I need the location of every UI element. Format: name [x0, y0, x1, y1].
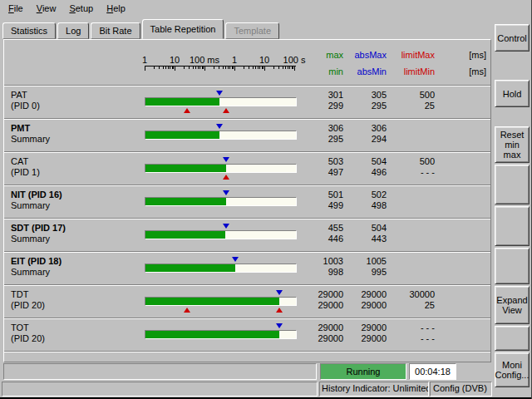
- absmax-absmin-values: 1005995: [345, 256, 387, 278]
- blank-button[interactable]: [495, 165, 530, 204]
- col-header-unit-min: [ms]: [456, 66, 486, 76]
- max-min-values: 501499: [297, 190, 343, 211]
- control-button[interactable]: Control: [495, 24, 530, 52]
- row-name: PMT: [11, 123, 30, 133]
- ruler-tick: [258, 66, 259, 69]
- value-max: 500: [388, 90, 435, 101]
- row-subtitle: Summary: [11, 267, 50, 277]
- table-row: PAT(PID 0)30129930529550025: [4, 85, 490, 118]
- value-max: 1003: [297, 256, 343, 267]
- menu-bar: FileViewSetupHelp: [0, 0, 531, 17]
- ruler-tick: [233, 66, 234, 69]
- ruler-tick: [193, 66, 194, 69]
- col-header-limitmin: limitMin: [388, 66, 435, 76]
- absmax-absmin-values: 2900029000: [345, 323, 387, 344]
- running-status: Running: [320, 363, 406, 380]
- expand-view-button[interactable]: Expand View: [495, 286, 530, 324]
- tab-bit-rate[interactable]: Bit Rate: [91, 22, 140, 39]
- row-name: CAT: [11, 156, 28, 166]
- scale-label: 10: [170, 55, 180, 65]
- table-row: TOT(PID 20)29000290002900029000- - -- - …: [4, 318, 490, 351]
- max-min-values: 1003998: [297, 256, 343, 278]
- tab-template[interactable]: Template: [225, 22, 279, 39]
- table-header: 110100 ms110100 s max absMax limitMax [m…: [4, 40, 490, 85]
- measurement-panel: 110100 ms110100 s max absMax limitMax [m…: [3, 39, 491, 362]
- blank-button[interactable]: [495, 326, 530, 351]
- repetition-bar: [145, 264, 297, 273]
- reset-min-max-button[interactable]: Reset min max: [495, 126, 530, 163]
- ruler-tick: [168, 66, 169, 69]
- ruler-tick: [198, 66, 199, 69]
- menu-item-setup[interactable]: Setup: [62, 0, 100, 17]
- repetition-bar: [145, 297, 297, 306]
- value-max: 301: [297, 90, 343, 101]
- menu-item-view[interactable]: View: [30, 0, 63, 17]
- row-subtitle: (PID 0): [11, 101, 40, 111]
- tab-table-repetition[interactable]: Table Repetition: [142, 19, 224, 39]
- max-min-values: 503497: [297, 156, 343, 178]
- limit-marker-icon: [276, 308, 283, 313]
- abs-max-marker-icon: [223, 190, 229, 195]
- ruler-tick: [264, 66, 265, 71]
- value-min: [388, 267, 435, 278]
- ruler-tick: [145, 66, 145, 71]
- value-max: 455: [297, 223, 343, 234]
- value-min: 299: [297, 101, 343, 111]
- elapsed-time: 00:04:18: [409, 363, 456, 380]
- value-min: - - -: [388, 333, 435, 344]
- status-secondary-area: [2, 382, 318, 397]
- absmax-absmin-values: 504496: [345, 156, 387, 178]
- value-min: 29000: [345, 300, 387, 311]
- menu-item-file[interactable]: File: [2, 0, 30, 17]
- bar-fill: [145, 198, 226, 205]
- repetition-bar: [145, 330, 297, 339]
- blank-button[interactable]: [495, 248, 530, 284]
- col-header-unit-max: [ms]: [456, 50, 486, 60]
- bar-fill: [145, 298, 279, 305]
- ruler-tick: [278, 66, 279, 69]
- row-subtitle: Summary: [11, 234, 50, 244]
- repetition-bar: [145, 131, 297, 140]
- row-name: TOT: [11, 323, 29, 332]
- value-min: 443: [345, 234, 387, 244]
- moni-config-button[interactable]: Moni Config...: [495, 352, 530, 387]
- ruler-tick: [203, 66, 204, 69]
- table-rows: PAT(PID 0)30129930529550025PMTSummary306…: [4, 85, 490, 354]
- abs-max-marker-icon: [216, 124, 223, 129]
- ruler-tick: [288, 66, 288, 69]
- value-min: - - -: [388, 167, 435, 178]
- value-min: 29000: [297, 300, 343, 311]
- bar-fill: [145, 264, 235, 272]
- value-min: 29000: [345, 333, 387, 344]
- value-max: [388, 123, 435, 134]
- tab-statistics[interactable]: Statistics: [2, 22, 56, 39]
- absmax-absmin-values: 306294: [345, 123, 387, 145]
- limit-values: 3000025: [388, 289, 435, 311]
- ruler-tick: [204, 66, 205, 71]
- row-name: EIT (PID 18): [11, 256, 62, 266]
- value-max: 29000: [345, 289, 387, 300]
- max-min-values: 2900029000: [297, 289, 343, 311]
- ruler-tick: [283, 66, 283, 69]
- bar-fill: [145, 98, 219, 106]
- value-min: [388, 234, 435, 244]
- absmax-absmin-values: 504443: [345, 223, 387, 244]
- tab-log[interactable]: Log: [57, 22, 89, 39]
- menu-item-help[interactable]: Help: [100, 0, 132, 17]
- limit-values: [388, 190, 435, 211]
- blank-button[interactable]: [495, 206, 530, 246]
- value-max: - - -: [388, 323, 435, 333]
- history-indicator: History Indicator: Unlimited: [319, 382, 429, 397]
- hold-button[interactable]: Hold: [495, 80, 530, 107]
- time-scale-ruler: [145, 66, 296, 72]
- abs-max-marker-icon: [223, 157, 229, 162]
- abs-max-marker-icon: [276, 323, 283, 328]
- ruler-tick: [189, 66, 190, 69]
- scale-label: 100 ms: [190, 55, 219, 65]
- value-max: 29000: [345, 323, 387, 333]
- row-name: PAT: [11, 90, 27, 100]
- ruler-tick: [255, 66, 256, 69]
- limit-marker-icon: [223, 108, 229, 113]
- value-max: [388, 223, 435, 234]
- repetition-bar: [145, 164, 297, 173]
